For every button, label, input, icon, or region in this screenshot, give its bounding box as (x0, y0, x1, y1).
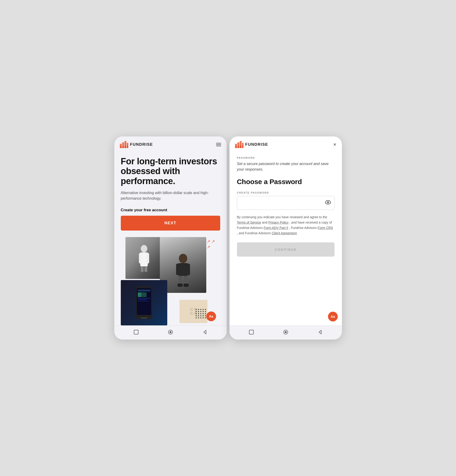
svg-rect-13 (125, 142, 125, 142)
eye-toggle-icon[interactable] (325, 200, 331, 205)
svg-rect-2 (121, 144, 122, 145)
svg-rect-72 (240, 144, 240, 144)
svg-rect-14 (126, 142, 126, 142)
svg-rect-11 (123, 145, 124, 146)
svg-rect-69 (241, 142, 241, 142)
svg-rect-28 (141, 266, 144, 272)
close-button[interactable]: × (333, 142, 336, 148)
svg-rect-51 (134, 330, 138, 334)
svg-rect-68 (240, 142, 240, 142)
svg-rect-40 (138, 289, 150, 291)
svg-rect-56 (235, 144, 236, 145)
back-icon (202, 330, 207, 335)
svg-rect-32 (176, 264, 179, 275)
svg-rect-64 (239, 144, 239, 145)
svg-rect-7 (123, 143, 124, 144)
svg-rect-62 (239, 143, 239, 144)
svg-rect-45 (138, 301, 149, 301)
svg-rect-31 (178, 263, 188, 276)
terms-period: . (297, 231, 298, 235)
nav-circle-left[interactable] (167, 329, 174, 335)
hamburger-menu[interactable] (216, 143, 221, 146)
square-icon-right (249, 330, 254, 335)
svg-point-53 (170, 331, 171, 333)
nav-circle-right[interactable] (282, 329, 289, 335)
svg-rect-77 (242, 143, 243, 144)
right-nav-bar (230, 325, 342, 340)
svg-marker-85 (319, 330, 321, 334)
svg-rect-33 (187, 264, 190, 275)
left-nav-bar (114, 325, 227, 340)
fundrise-logo-icon (120, 141, 128, 148)
svg-rect-16 (126, 143, 126, 143)
svg-rect-49 (190, 312, 193, 315)
person-silhouette-1 (137, 244, 151, 272)
svg-rect-3 (120, 145, 121, 146)
accessibility-badge-left[interactable]: Aa (206, 311, 216, 321)
right-content: PASSWORD Set a secure password to create… (230, 152, 342, 326)
accessibility-badge-right[interactable]: Aa (328, 312, 338, 322)
password-input[interactable] (237, 196, 334, 210)
nav-square-left[interactable] (133, 329, 139, 335)
terms-fundrise: Fundrise Advisors (290, 226, 318, 230)
back-icon-right (318, 330, 323, 335)
hero-title: For long-term investors obsessed with pe… (121, 156, 220, 186)
svg-rect-66 (239, 145, 239, 146)
client-agreement-link[interactable]: Client Agreement (272, 231, 297, 235)
terms-prefix: By continuing you indicate you have revi… (237, 215, 327, 219)
svg-rect-39 (137, 288, 151, 315)
left-logo[interactable]: FUNDRISE (120, 141, 153, 148)
svg-rect-18 (126, 144, 126, 144)
svg-rect-73 (241, 144, 241, 144)
svg-rect-75 (241, 145, 241, 146)
cta-label: Create your free account (121, 208, 220, 212)
section-label: PASSWORD (237, 156, 334, 159)
svg-rect-4 (121, 145, 122, 146)
svg-rect-44 (138, 299, 147, 300)
circle-icon (168, 330, 173, 335)
svg-rect-37 (183, 284, 189, 287)
svg-rect-42 (138, 292, 141, 297)
svg-rect-10 (122, 145, 123, 146)
collage: ↗ ↗↗ Aa (121, 237, 220, 325)
right-header: FUNDRISE × (230, 136, 342, 152)
svg-rect-65 (238, 145, 238, 146)
svg-rect-20 (126, 145, 126, 146)
svg-rect-82 (249, 330, 253, 334)
svg-rect-58 (235, 145, 236, 146)
next-button[interactable]: NEXT (121, 216, 220, 230)
field-label: CREATE PASSWORD (237, 191, 334, 194)
svg-rect-61 (238, 143, 238, 144)
svg-rect-26 (139, 253, 142, 264)
privacy-policy-link[interactable]: Privacy Policy (268, 221, 289, 224)
right-logo[interactable]: FUNDRISE (235, 141, 268, 148)
person-silhouette-2 (174, 253, 192, 290)
collage-img-person-white (125, 237, 163, 279)
nav-back-right[interactable] (317, 329, 323, 335)
continue-button[interactable]: CONTINUE (237, 242, 334, 257)
svg-point-84 (285, 331, 287, 333)
right-panel: FUNDRISE × PASSWORD Set a secure passwor… (230, 136, 342, 340)
form-adv-link[interactable]: Form ADV Part II (264, 226, 288, 230)
nav-square-right[interactable] (248, 329, 255, 335)
terms-and1: and (261, 221, 268, 224)
svg-rect-47 (190, 308, 193, 311)
left-content: For long-term investors obsessed with pe… (114, 152, 227, 326)
dots-decor (196, 309, 206, 318)
fundrise-logo-icon-right (235, 141, 243, 148)
collage-img-phone (121, 280, 167, 325)
form-crs-link[interactable]: Form CRS (318, 226, 333, 230)
svg-rect-70 (240, 143, 240, 143)
terms-of-service-link[interactable]: Terms of Service (237, 221, 261, 224)
svg-rect-29 (144, 266, 147, 272)
svg-rect-27 (146, 253, 149, 264)
svg-rect-71 (241, 143, 241, 143)
svg-rect-43 (138, 298, 150, 299)
svg-rect-74 (240, 145, 240, 146)
circle-icon-right (283, 330, 288, 335)
nav-back-left[interactable] (202, 329, 208, 335)
svg-rect-9 (123, 144, 124, 145)
svg-rect-46 (141, 317, 148, 318)
svg-rect-6 (122, 143, 123, 144)
eye-svg (325, 200, 331, 204)
